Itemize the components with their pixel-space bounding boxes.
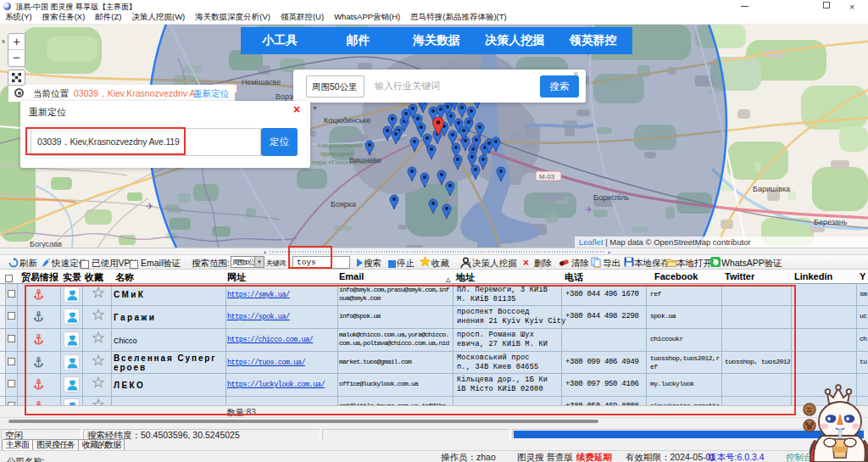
svg-text:Національний: Національний	[318, 142, 362, 149]
svg-text:Немішаєве: Немішаєве	[242, 78, 281, 86]
svg-text:х: х	[2, 37, 5, 45]
svg-text:Бориспіль: Бориспіль	[593, 193, 630, 202]
svg-text:✈: ✈	[146, 201, 153, 211]
svg-text:М-03: М-03	[539, 173, 555, 181]
svg-text:Вишневе: Вишневе	[349, 156, 381, 164]
svg-text:Боярка: Боярка	[331, 200, 356, 209]
svg-text:Березань: Березань	[814, 218, 848, 226]
svg-text:Коцюбинське: Коцюбинське	[324, 116, 371, 125]
svg-text:✈: ✈	[585, 204, 593, 214]
svg-text:Баришівка: Баришівка	[753, 185, 790, 193]
svg-text:Богуслав: Богуслав	[30, 240, 62, 248]
svg-text:Leaflet | Map data © OpenStree: Leaflet | Map data © OpenStreetMap contr…	[579, 237, 751, 247]
svg-text:英: 英	[806, 407, 813, 415]
